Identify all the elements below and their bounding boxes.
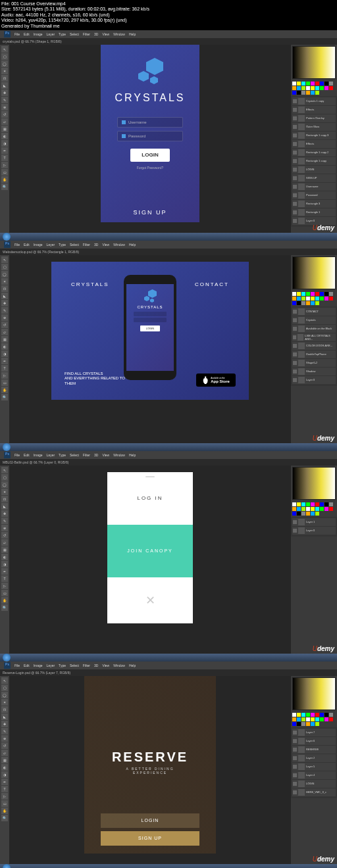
swatch-chip[interactable] [311,82,315,85]
marquee-tool-icon[interactable]: ▢ [1,474,8,481]
swatch-chip[interactable] [315,713,319,717]
brush-tool-icon[interactable]: ✎ [1,518,8,524]
marquee-tool-icon[interactable]: ▢ [1,685,8,691]
zoom-tool-icon[interactable]: 🔍 [1,604,8,611]
brush-tool-icon[interactable]: ✎ [1,728,8,735]
visibility-icon[interactable] [293,310,297,314]
heal-tool-icon[interactable]: ✚ [1,89,8,96]
canopy-join-button[interactable]: JOIN CANOPY [107,525,193,577]
layer-row[interactable]: Available on the Black [292,325,336,333]
history-tool-icon[interactable]: ↺ [1,742,8,749]
menu-image[interactable]: Image [34,663,43,667]
layer-row[interactable]: Rectangle 1 [292,208,336,216]
swatch-chip[interactable] [311,512,315,516]
gradient-tool-icon[interactable]: ▦ [1,126,8,132]
swatch-chip[interactable] [306,292,310,296]
swatch-chip[interactable] [297,82,301,85]
layer-row[interactable]: Effects [292,106,336,114]
visibility-icon[interactable] [293,739,297,743]
menu-filter[interactable]: Filter [83,243,90,247]
blur-tool-icon[interactable]: ◐ [1,343,8,350]
username-field[interactable]: Username [117,117,183,128]
crop-tool-icon[interactable]: ⊡ [1,706,8,713]
swatch-chip[interactable] [329,292,333,296]
hand-tool-icon[interactable]: ✋ [1,597,8,604]
visibility-icon[interactable] [293,344,297,348]
swatch-chip[interactable] [297,512,301,516]
swatch-chip[interactable] [324,297,328,301]
menu-window[interactable]: Window [113,663,125,667]
swatch-chip[interactable] [311,713,315,717]
layer-row[interactable]: Password [292,191,336,199]
swatch-chip[interactable] [311,507,315,511]
nav-contact[interactable]: CONTACT [195,281,229,287]
shape-tool-icon[interactable]: ▭ [1,379,8,386]
swatch-chip[interactable] [306,82,310,85]
path-tool-icon[interactable]: ▷ [1,793,8,800]
menu-layer[interactable]: Layer [47,453,55,457]
visibility-icon[interactable] [293,370,297,374]
swatch-chip[interactable] [301,722,305,726]
menu-select[interactable]: Select [70,663,79,667]
swatch-chip[interactable] [301,301,305,305]
swatch-chip[interactable] [315,292,319,296]
swatch-chip[interactable] [292,297,296,301]
swatch-chip[interactable] [324,292,328,296]
crop-tool-icon[interactable]: ⊡ [1,75,8,82]
windows-taskbar[interactable] [0,233,337,241]
menu-type[interactable]: Type [59,453,66,457]
wand-tool-icon[interactable]: ✶ [1,699,8,706]
swatch-chip[interactable] [301,91,305,95]
menu-layer[interactable]: Layer [47,32,55,36]
visibility-icon[interactable] [293,168,297,172]
tool-palette[interactable]: ↖▢◯✶⊡◣✚✎⊕↺▱▦◐◑✒T▷▭✋🔍 [0,676,9,864]
visibility-icon[interactable] [293,731,297,735]
swatch-chip[interactable] [311,722,315,726]
brush-tool-icon[interactable]: ✎ [1,97,8,103]
swatch-chip[interactable] [315,82,319,85]
stamp-tool-icon[interactable]: ⊕ [1,314,8,321]
eraser-tool-icon[interactable]: ▱ [1,329,8,335]
layer-row[interactable]: SIGN UP [292,174,336,182]
menu-file[interactable]: File [14,243,20,247]
stamp-tool-icon[interactable]: ⊕ [1,735,8,742]
swatches-panel[interactable] [291,711,337,727]
color-picker[interactable] [292,467,336,500]
eyedropper-tool-icon[interactable]: ◣ [1,293,8,299]
windows-taskbar[interactable] [0,864,337,868]
swatch-chip[interactable] [297,717,301,721]
layer-row[interactable]: DoubleTapPhone [292,350,336,358]
path-tool-icon[interactable]: ▷ [1,583,8,589]
menu-help[interactable]: Help [129,243,136,247]
gradient-tool-icon[interactable]: ▦ [1,546,8,553]
swatch-chip[interactable] [297,502,301,506]
document-tab[interactable]: MBL02-Ballin.psd @ 66.7% (Layer 0, RGB/8… [0,459,337,466]
tool-palette[interactable]: ↖ ▢ ◯ ✶ ⊡ ◣ ✚ ✎ ⊕ ↺ ▱ ▦ ◐ ◑ ✒ T ▷ ▭ ✋ 🔍 [0,45,9,233]
swatch-chip[interactable] [315,301,319,305]
stamp-tool-icon[interactable]: ⊕ [1,525,8,531]
visibility-icon[interactable] [293,782,297,786]
menu-type[interactable]: Type [59,32,66,36]
signup-link[interactable]: SIGN UP [133,209,167,216]
menu-view[interactable]: View [102,453,109,457]
layer-row[interactable]: Rectangle 1 copy 3 [292,132,336,139]
shape-tool-icon[interactable]: ▭ [1,800,8,807]
layer-row[interactable]: Rectangle 1 copy [292,157,336,165]
path-tool-icon[interactable]: ▷ [1,162,8,168]
menu-type[interactable]: Type [59,663,66,667]
pen-tool-icon[interactable]: ✒ [1,779,8,785]
swatch-chip[interactable] [311,91,315,95]
gradient-tool-icon[interactable]: ▦ [1,757,8,763]
swatch-chip[interactable] [320,713,324,717]
swatch-chip[interactable] [320,297,324,301]
reserve-signup-button[interactable]: SIGN UP [101,831,199,846]
menu-help[interactable]: Help [129,453,136,457]
lasso-tool-icon[interactable]: ◯ [1,692,8,698]
swatch-chip[interactable] [292,512,296,516]
swatch-chip[interactable] [297,722,301,726]
menu-help[interactable]: Help [129,32,136,36]
menubar[interactable]: Ps File Edit Image Layer Type Select Fil… [0,30,337,38]
swatch-chip[interactable] [292,301,296,305]
layer-row[interactable]: Username [292,183,336,191]
swatches-panel[interactable] [291,291,337,306]
